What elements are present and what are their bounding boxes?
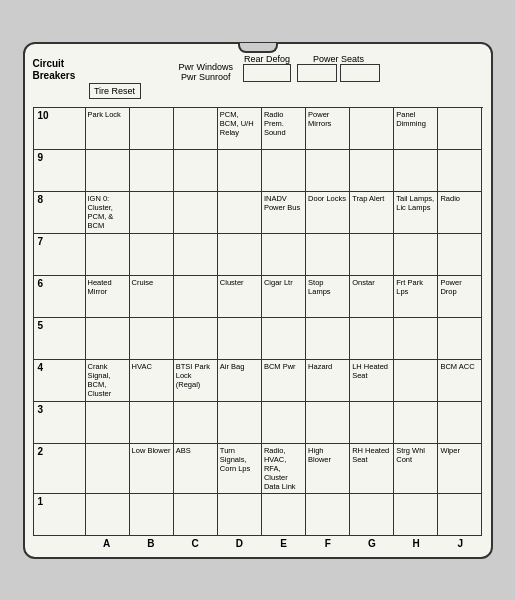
cell-9-E [262,150,306,192]
cell-1-A [86,494,130,536]
cell-10-H: Panel Dimming [394,108,438,150]
cell-4-E: BCM Pwr [262,360,306,402]
row-label-1: 1 [34,494,86,536]
cell-9-B [130,150,174,192]
cell-7-A [86,234,130,276]
fuse-grid: 10 Park Lock PCM, BCM, U/H Relay Radio P… [33,107,483,536]
cell-1-E [262,494,306,536]
row-label-9: 9 [34,150,86,192]
cell-3-D [218,402,262,444]
cell-10-G [350,108,394,150]
cell-8-E: INADV Power Bus [262,192,306,234]
circuit-breakers-label: Circuit Breakers [33,58,85,82]
cell-10-D: PCM, BCM, U/H Relay [218,108,262,150]
cell-6-F: Stop Lamps [306,276,350,318]
cell-1-J [438,494,482,536]
cell-2-G: RH Heated Seat [350,444,394,494]
cell-4-C: BTSI Park Lock (Regal) [174,360,218,402]
cell-2-A [86,444,130,494]
cell-6-H: Frt Park Lps [394,276,438,318]
cell-10-C [174,108,218,150]
cell-10-F: Power Mirrors [306,108,350,150]
pwr-windows-label: Pwr Windows [179,62,234,72]
cell-8-F: Door Locks [306,192,350,234]
cell-3-H [394,402,438,444]
cell-4-F: Hazard [306,360,350,402]
tire-reset-label: Tire Reset [94,86,135,96]
row-label-6: 6 [34,276,86,318]
cell-3-C [174,402,218,444]
cell-5-B [130,318,174,360]
cell-6-B: Cruise [130,276,174,318]
cell-6-G: Onstar [350,276,394,318]
cell-7-F [306,234,350,276]
cell-9-J [438,150,482,192]
col-label-A: A [85,538,129,549]
col-label-J: J [438,538,482,549]
cell-1-C [174,494,218,536]
cell-1-F [306,494,350,536]
col-label-B: B [129,538,173,549]
cell-7-J [438,234,482,276]
cell-9-A [86,150,130,192]
cell-5-A [86,318,130,360]
cell-6-D: Cluster [218,276,262,318]
cell-4-B: HVAC [130,360,174,402]
cell-4-G: LH Heated Seat [350,360,394,402]
col-label-G: G [350,538,394,549]
cell-8-D [218,192,262,234]
cell-9-H [394,150,438,192]
fuse-diagram-card: Circuit Breakers Pwr Windows Pwr Sunroof… [23,42,493,559]
col-label-C: C [173,538,217,549]
row-label-8: 8 [34,192,86,234]
cell-8-C [174,192,218,234]
cell-5-J [438,318,482,360]
cell-2-C: ABS [174,444,218,494]
row-label-5: 5 [34,318,86,360]
cell-3-E [262,402,306,444]
cell-9-F [306,150,350,192]
rear-defog-label: Rear Defog [244,54,290,64]
cell-6-A: Heated Mirror [86,276,130,318]
cell-2-D: Turn Signals, Corn Lps [218,444,262,494]
row-label-10: 10 [34,108,86,150]
cell-5-H [394,318,438,360]
cell-3-G [350,402,394,444]
cell-5-E [262,318,306,360]
cell-2-H: Strg Whl Cont [394,444,438,494]
cell-6-E: Cigar Ltr [262,276,306,318]
tire-reset-box: Tire Reset [89,83,141,99]
cell-10-A: Park Lock [86,108,130,150]
col-label-F: F [306,538,350,549]
cell-4-D: Air Bag [218,360,262,402]
cell-7-D [218,234,262,276]
cell-5-C [174,318,218,360]
col-label-H: H [394,538,438,549]
cell-9-G [350,150,394,192]
cell-3-F [306,402,350,444]
cell-8-J: Radio [438,192,482,234]
cell-1-B [130,494,174,536]
cell-5-D [218,318,262,360]
cell-7-G [350,234,394,276]
cell-6-J: Power Drop [438,276,482,318]
column-labels: A B C D E F G H J [33,538,483,549]
cell-7-E [262,234,306,276]
cell-6-C [174,276,218,318]
cell-7-H [394,234,438,276]
cell-2-E: Radio, HVAC, RFA, Cluster Data Link [262,444,306,494]
cell-1-H [394,494,438,536]
cell-2-J: Wiper [438,444,482,494]
cell-8-A: IGN 0: Cluster, PCM, & BCM [86,192,130,234]
row-label-2: 2 [34,444,86,494]
row-label-3: 3 [34,402,86,444]
cell-7-B [130,234,174,276]
row-label-7: 7 [34,234,86,276]
cell-7-C [174,234,218,276]
cell-9-C [174,150,218,192]
cell-3-A [86,402,130,444]
power-seats-label: Power Seats [313,54,364,64]
cell-3-B [130,402,174,444]
cell-4-A: Crank Signal, BCM, Cluster [86,360,130,402]
cell-4-J: BCM ACC [438,360,482,402]
